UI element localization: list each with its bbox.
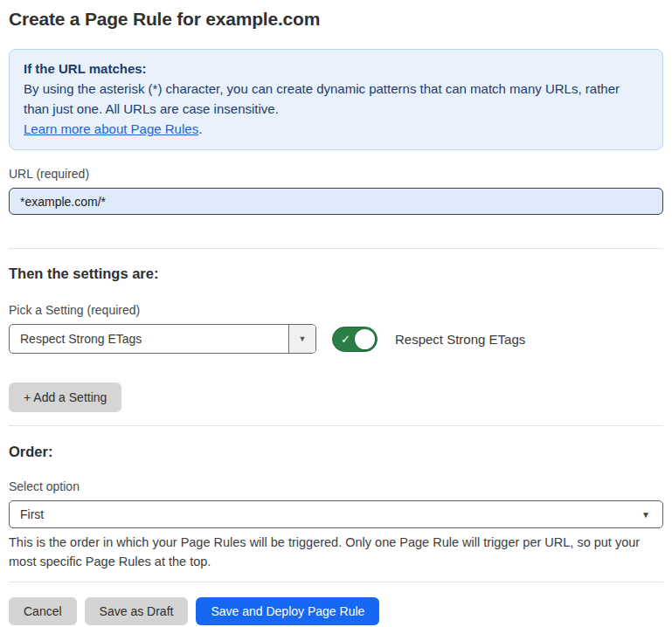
divider	[9, 425, 663, 426]
save-as-draft-button[interactable]: Save as Draft	[85, 597, 189, 625]
add-setting-button[interactable]: + Add a Setting	[9, 382, 121, 412]
link-period: .	[198, 121, 202, 136]
page-title: Create a Page Rule for example.com	[9, 9, 663, 30]
setting-row: Respect Strong ETags ▼ ✓ Respect Strong …	[9, 324, 663, 354]
order-section-heading: Order:	[9, 444, 663, 460]
url-field-label: URL (required)	[9, 167, 663, 181]
save-and-deploy-button[interactable]: Save and Deploy Page Rule	[196, 597, 379, 625]
info-box-body: By using the asterisk (*) character, you…	[24, 79, 648, 119]
order-select-label: Select option	[9, 479, 663, 493]
order-help-text: This is the order in which your Page Rul…	[9, 534, 663, 571]
divider	[9, 248, 663, 249]
check-icon: ✓	[341, 333, 350, 346]
order-select-value: First	[20, 507, 44, 521]
toggle-label: Respect Strong ETags	[395, 332, 525, 347]
settings-section-heading: Then the settings are:	[9, 265, 663, 282]
toggle-knob	[355, 329, 375, 349]
url-input[interactable]	[9, 188, 663, 215]
cancel-button[interactable]: Cancel	[9, 597, 77, 625]
order-select[interactable]: First ▼	[9, 500, 663, 528]
chevron-down-icon[interactable]: ▼	[641, 510, 650, 520]
info-box-heading: If the URL matches:	[24, 59, 648, 79]
learn-more-link[interactable]: Learn more about Page Rules	[24, 121, 198, 136]
setting-toggle[interactable]: ✓	[332, 327, 378, 352]
setting-select-value: Respect Strong ETags	[10, 325, 288, 353]
url-match-info-box: If the URL matches: By using the asteris…	[9, 49, 663, 150]
page-rule-form: Create a Page Rule for example.com If th…	[0, 9, 672, 625]
setting-select[interactable]: Respect Strong ETags ▼	[9, 324, 316, 354]
footer-actions: Cancel Save as Draft Save and Deploy Pag…	[9, 597, 663, 625]
pick-setting-label: Pick a Setting (required)	[9, 303, 663, 317]
info-box-link-line: Learn more about Page Rules.	[24, 119, 648, 139]
chevron-down-icon[interactable]: ▼	[288, 325, 315, 353]
divider	[9, 582, 663, 582]
